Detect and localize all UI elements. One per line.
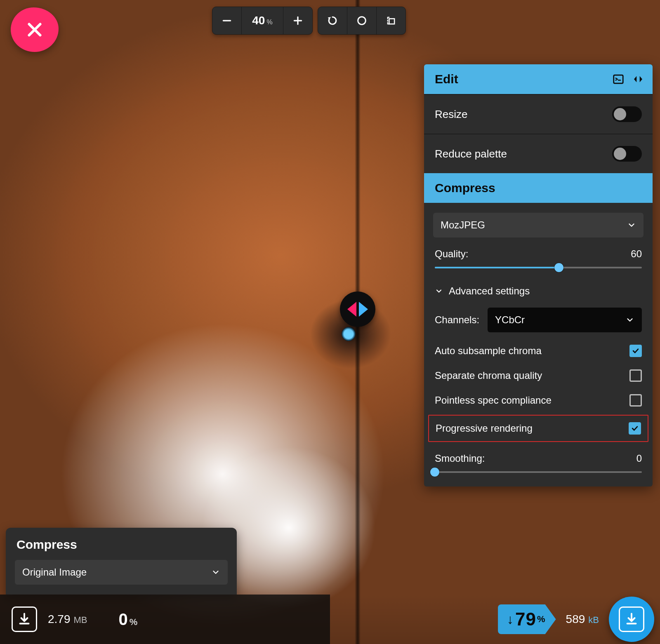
chevron-down-icon <box>211 568 220 577</box>
svg-rect-1 <box>389 19 394 24</box>
original-size-value: 2.79 <box>48 613 71 626</box>
circle-icon <box>356 15 368 26</box>
minus-icon <box>222 15 232 26</box>
zoom-out-button[interactable] <box>212 7 241 34</box>
output-size-unit: kB <box>588 615 599 625</box>
compress-section-header: Compress <box>424 173 653 203</box>
original-size-unit: MB <box>74 615 87 625</box>
bottom-right-bar: ↓ 79 % 589 kB <box>492 595 660 644</box>
edit-title: Edit <box>435 72 458 86</box>
advanced-settings-toggle[interactable]: Advanced settings <box>424 275 653 299</box>
separate-chroma-label: Separate chroma quality <box>435 370 542 381</box>
channels-select[interactable]: YCbCr <box>488 308 642 332</box>
left-codec-selected: Original Image <box>22 566 87 578</box>
background-toggle-button[interactable] <box>347 7 376 34</box>
transform-group <box>318 7 406 35</box>
triangle-left-icon <box>347 302 356 317</box>
savings-value: 79 <box>515 609 536 630</box>
triangle-right-icon <box>359 302 368 317</box>
reduce-palette-label: Reduce palette <box>435 148 507 160</box>
progressive-checkbox[interactable] <box>629 422 641 435</box>
rotate-icon <box>326 14 339 27</box>
download-icon <box>624 612 639 627</box>
download-icon <box>17 612 32 627</box>
terminal-icon <box>612 73 625 85</box>
chevron-down-icon <box>435 287 443 295</box>
check-icon <box>631 424 639 432</box>
original-savings-value: 0 <box>119 610 128 629</box>
cli-button[interactable] <box>611 72 625 86</box>
quality-row: Quality: 60 <box>424 237 653 260</box>
auto-subsample-row: Auto subsample chroma <box>424 332 653 357</box>
pointless-label: Pointless spec compliance <box>435 395 552 406</box>
auto-subsample-label: Auto subsample chroma <box>435 345 542 357</box>
chevron-down-icon <box>625 315 634 324</box>
compare-divider[interactable] <box>355 0 361 644</box>
resize-label: Resize <box>435 108 467 121</box>
output-size: 589 kB <box>566 613 599 626</box>
left-compress-title: Compress <box>6 528 237 556</box>
pointless-row: Pointless spec compliance <box>424 382 653 407</box>
arrow-down-icon: ↓ <box>507 612 514 627</box>
quality-value[interactable]: 60 <box>631 248 642 260</box>
compare-handle[interactable] <box>340 291 375 327</box>
codec-selected: MozJPEG <box>441 219 485 231</box>
zoom-in-button[interactable] <box>283 7 312 34</box>
original-savings-symbol: % <box>130 617 138 628</box>
svg-rect-2 <box>614 75 623 83</box>
reduce-palette-toggle[interactable] <box>612 146 642 162</box>
channels-label: Channels: <box>435 314 479 326</box>
compress-body: MozJPEG Quality: 60 Advanced settings Ch… <box>424 203 653 487</box>
resize-row: Resize <box>424 94 653 134</box>
zoom-value[interactable]: 40 % <box>242 14 283 27</box>
left-codec-select[interactable]: Original Image <box>15 560 228 585</box>
top-toolbar: 40 % <box>212 7 406 35</box>
smoothing-label: Smoothing: <box>435 453 485 464</box>
original-size: 2.79 MB <box>48 613 87 626</box>
separate-chroma-row: Separate chroma quality <box>424 357 653 382</box>
resize-toggle[interactable] <box>612 106 642 122</box>
crop-icon <box>385 15 397 26</box>
check-icon <box>632 347 640 355</box>
codec-select[interactable]: MozJPEG <box>433 213 644 237</box>
progressive-row: Progressive rendering <box>428 415 648 442</box>
chevron-down-icon <box>627 221 636 230</box>
channels-selected: YCbCr <box>495 314 525 326</box>
svg-point-0 <box>358 17 366 25</box>
original-savings: 0 % <box>119 610 138 629</box>
smoothing-value[interactable]: 0 <box>636 453 642 464</box>
reduce-palette-row: Reduce palette <box>424 134 653 173</box>
auto-subsample-checkbox[interactable] <box>629 345 642 357</box>
crop-button[interactable] <box>377 7 405 34</box>
download-original-button[interactable] <box>12 606 37 632</box>
advanced-label: Advanced settings <box>449 285 530 297</box>
savings-tag: ↓ 79 % <box>498 604 556 634</box>
zoom-number: 40 <box>252 14 265 27</box>
smoothing-slider[interactable] <box>435 468 642 476</box>
download-compressed-button[interactable] <box>609 597 654 642</box>
quality-label: Quality: <box>435 248 468 260</box>
close-icon <box>25 20 44 39</box>
panel-header-edit: Edit <box>424 64 653 94</box>
progressive-label: Progressive rendering <box>436 423 533 434</box>
channels-row: Channels: YCbCr <box>424 299 653 332</box>
savings-symbol: % <box>537 614 545 625</box>
collapse-panel-button[interactable] <box>631 72 645 86</box>
collapse-icon <box>632 73 644 85</box>
plus-icon <box>292 15 303 26</box>
smoothing-row: Smoothing: 0 <box>424 442 653 464</box>
bottom-left-bar: 2.79 MB 0 % <box>0 595 330 644</box>
rotate-button[interactable] <box>318 7 347 34</box>
pointless-checkbox[interactable] <box>629 394 642 407</box>
output-size-value: 589 <box>566 613 585 626</box>
close-button[interactable] <box>11 7 59 52</box>
left-compress-panel: Compress Original Image <box>6 528 237 595</box>
zoom-group: 40 % <box>212 7 313 35</box>
zoom-percent: % <box>266 19 272 26</box>
separate-chroma-checkbox[interactable] <box>629 369 642 382</box>
quality-slider[interactable] <box>435 264 642 271</box>
settings-panel: Edit Resize Reduce palette Compress MozJ… <box>424 64 653 487</box>
